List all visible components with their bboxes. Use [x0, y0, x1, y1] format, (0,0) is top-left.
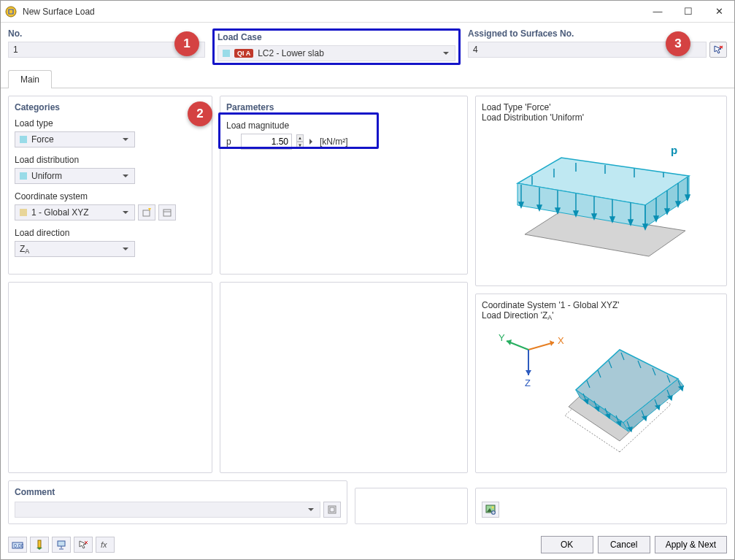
parameters-title: Parameters — [226, 102, 461, 112]
apply-next-button[interactable]: Apply & Next — [655, 536, 727, 553]
svg-rect-85 — [38, 540, 41, 548]
load-magnitude-row: p ▲ ▼ [kN/m²] — [226, 134, 461, 150]
picture-settings-icon — [485, 505, 496, 515]
annotation-callout-2: 2 — [188, 101, 212, 126]
preview-p-label: p — [671, 144, 677, 156]
close-button[interactable]: ✕ — [704, 1, 734, 23]
load-magnitude-symbol: p — [226, 137, 236, 147]
spinner-down-icon[interactable]: ▼ — [296, 142, 304, 149]
cursor-pick-icon — [713, 45, 723, 55]
footer-toolbar: 0,00 fx — [8, 537, 115, 553]
coordinate-system-icon — [20, 209, 27, 216]
parameters-group: Parameters Load magnitude p ▲ ▼ [kN/m²] — [220, 96, 468, 275]
load-case-badge: QI A — [234, 49, 253, 58]
load-case-dropdown[interactable]: QI A LC2 - Lower slab — [218, 45, 455, 61]
presentation-icon — [56, 540, 66, 550]
tool-units-button[interactable]: 0,00 — [8, 537, 27, 553]
library-icon — [162, 207, 172, 218]
pick-surfaces-button[interactable] — [709, 42, 727, 58]
preview-load-diagram: p — [503, 132, 700, 271]
middle-column: Parameters Load magnitude p ▲ ▼ [kN/m²] — [220, 96, 468, 473]
defaults-icon — [34, 540, 45, 550]
categories-title: Categories — [15, 102, 206, 112]
cursor-x-icon — [78, 540, 88, 550]
tabs: Main — [1, 69, 734, 88]
coordinate-system-new-button[interactable] — [138, 204, 155, 220]
load-distribution-field: Load distribution Uniform — [15, 155, 206, 184]
top-row: No. 1 Load Case QI A LC2 - Lower slab As… — [1, 23, 734, 69]
arrow-right-icon[interactable] — [309, 139, 315, 145]
axis-y-label: Y — [499, 332, 505, 343]
preview-coord-line1: Coordinate System '1 - Global XYZ' — [482, 300, 720, 310]
svg-marker-44 — [507, 340, 512, 345]
comment-secondary-panel — [355, 488, 468, 524]
comment-row: Comment — [1, 480, 734, 530]
load-case-value: LC2 - Lower slab — [258, 48, 324, 58]
svg-rect-87 — [58, 541, 65, 546]
right-column: Load Type 'Force' Load Distribution 'Uni… — [475, 96, 727, 473]
minimize-button[interactable]: — — [642, 1, 673, 23]
tool-reset-button[interactable] — [74, 537, 93, 553]
preview-coordinate-system: Coordinate System '1 - Global XYZ' Load … — [475, 294, 727, 473]
svg-rect-5 — [163, 210, 171, 216]
coordinate-system-field: Coordinate system 1 - Global XYZ — [15, 191, 206, 220]
load-magnitude-spinner[interactable]: ▲ ▼ — [296, 134, 304, 149]
app-icon — [5, 6, 17, 18]
coordinate-system-library-button[interactable] — [158, 204, 176, 220]
preview-load-type-line2: Load Distribution 'Uniform' — [482, 112, 720, 123]
load-distribution-icon — [20, 172, 27, 180]
annotation-callout-1: 1 — [174, 31, 199, 56]
load-type-dropdown[interactable]: Force — [15, 131, 135, 147]
coordinate-system-dropdown[interactable]: 1 - Global XYZ — [15, 204, 135, 220]
load-case-column: Load Case QI A LC2 - Lower slab — [212, 28, 461, 65]
preview-coord-diagram: X Y Z — [496, 321, 707, 467]
content-area: Categories Load type Force Load distribu… — [1, 88, 734, 480]
load-magnitude-input[interactable] — [241, 134, 292, 150]
left-column: Categories Load type Force Load distribu… — [8, 96, 212, 473]
comment-group: Comment — [8, 480, 347, 524]
dialog-window: New Surface Load — ☐ ✕ 1 2 3 No. 1 Load … — [0, 0, 735, 560]
svg-marker-12 — [519, 202, 523, 207]
annotation-callout-3: 3 — [666, 31, 690, 56]
window-title: New Surface Load — [23, 7, 642, 17]
ok-button[interactable]: OK — [541, 536, 593, 553]
tab-main[interactable]: Main — [8, 70, 52, 88]
function-icon: fx — [100, 540, 110, 550]
svg-point-80 — [492, 507, 494, 509]
svg-rect-3 — [143, 210, 150, 216]
svg-point-0 — [6, 7, 16, 17]
left-empty-panel — [8, 282, 212, 473]
cancel-button[interactable]: Cancel — [598, 536, 650, 553]
load-direction-dropdown[interactable]: ZA — [15, 241, 135, 257]
coordinate-system-value: 1 - Global XYZ — [31, 207, 89, 218]
maximize-button[interactable]: ☐ — [673, 1, 704, 23]
assigned-value: 4 — [473, 45, 478, 55]
tool-help-button[interactable] — [52, 537, 71, 553]
preview-load-type: Load Type 'Force' Load Distribution 'Uni… — [475, 96, 727, 286]
tool-function-button[interactable]: fx — [96, 537, 115, 553]
number-value: 1 — [13, 45, 18, 55]
tool-defaults-button[interactable] — [30, 537, 49, 553]
axis-x-label: X — [558, 335, 564, 346]
window-buttons: — ☐ ✕ — [642, 1, 734, 23]
spinner-up-icon[interactable]: ▲ — [296, 134, 304, 142]
middle-empty-panel — [220, 282, 468, 473]
svg-text:0,00: 0,00 — [14, 543, 23, 548]
load-distribution-label: Load distribution — [15, 155, 206, 165]
load-type-field: Load type Force — [15, 118, 206, 147]
load-distribution-dropdown[interactable]: Uniform — [15, 168, 135, 184]
load-direction-field: Load direction ZA — [15, 228, 206, 257]
expand-icon — [328, 505, 336, 514]
preview-coord-line2: Load Direction 'ZA' — [482, 310, 720, 321]
load-direction-label: Load direction — [15, 228, 206, 238]
axis-z-label: Z — [525, 377, 531, 388]
comment-right-panel — [475, 488, 727, 524]
load-direction-value: ZA — [20, 244, 29, 254]
load-type-icon — [20, 136, 27, 143]
footer-buttons: OK Cancel Apply & Next — [541, 536, 727, 553]
preview-settings-button[interactable] — [482, 502, 499, 518]
comment-expand-button[interactable] — [323, 502, 341, 518]
coordinate-system-label: Coordinate system — [15, 191, 206, 202]
comment-dropdown[interactable] — [15, 502, 320, 518]
load-case-color-chip — [223, 50, 230, 57]
